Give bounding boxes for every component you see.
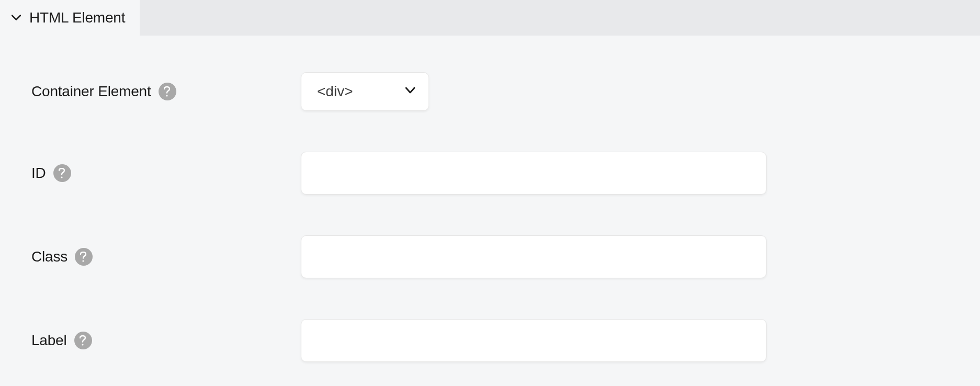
label-group: ID [31,164,301,182]
select-value: <div> [317,83,353,100]
id-label: ID [31,165,46,181]
panel-body: Container Element <div> ID [0,36,980,362]
label-group: Class [31,248,301,266]
svg-point-3 [82,344,83,345]
help-icon[interactable] [53,164,71,182]
id-input[interactable] [301,152,767,195]
label-group: Label [31,332,301,349]
container-element-select-wrapper: <div> [301,72,429,111]
svg-point-0 [166,95,167,96]
class-label: Class [31,248,67,265]
container-element-select[interactable]: <div> [301,72,429,111]
form-row-label: Label [31,319,949,362]
chevron-down-icon [10,12,22,24]
help-icon[interactable] [74,332,92,349]
panel-tab-html-element[interactable]: HTML Element [0,0,140,36]
container-element-label: Container Element [31,83,151,100]
help-icon[interactable] [75,248,93,266]
form-row-container-element: Container Element <div> [31,72,949,111]
label-group: Container Element [31,83,301,100]
label-label: Label [31,332,67,349]
form-row-class: Class [31,235,949,278]
svg-point-1 [61,176,62,178]
form-row-id: ID [31,152,949,195]
label-input[interactable] [301,319,767,362]
panel-title: HTML Element [29,9,125,26]
class-input[interactable] [301,235,767,278]
header-bar: HTML Element [0,0,980,36]
svg-point-2 [82,260,84,262]
help-icon[interactable] [159,83,176,100]
